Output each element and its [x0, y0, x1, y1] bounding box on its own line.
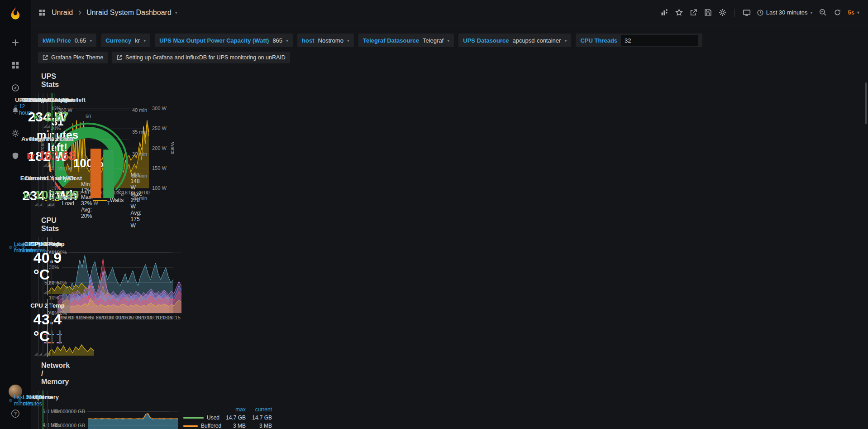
- refresh-interval-select[interactable]: 5s ▾: [846, 6, 862, 19]
- dashboard-dropdown-caret-icon[interactable]: ▾: [175, 10, 177, 15]
- chevron-right-icon: [76, 10, 83, 16]
- explore-compass-icon[interactable]: [6, 79, 24, 97]
- variable-kwh-price[interactable]: kWh Price 0.65 ▾: [38, 34, 96, 47]
- save-button[interactable]: [702, 6, 715, 19]
- svg-text:W: W: [94, 200, 99, 206]
- star-button[interactable]: [673, 6, 686, 19]
- variable-value[interactable]: Nostromo: [318, 37, 343, 44]
- legend-header: maxcurrent: [183, 405, 272, 414]
- variable-label: CPU Threads: [580, 37, 617, 44]
- variable-label: UPS Datasource: [463, 37, 509, 44]
- variable-ups-max-output[interactable]: UPS Max Output Power Capacity (Watt) 865…: [155, 34, 293, 47]
- breadcrumb-app[interactable]: Unraid: [52, 9, 73, 17]
- variable-label: Currency: [105, 37, 131, 44]
- svg-text:T: T: [107, 200, 110, 206]
- external-link-icon: [117, 55, 122, 60]
- memory-chart[interactable]: 70.000000 GB60.000000 GB50.000000 GB: [48, 403, 183, 429]
- panel-ups-load-vs-time-left: UPS Load vs Time left 300 W250 W200 W150…: [54, 93, 55, 207]
- refresh-button[interactable]: [831, 6, 844, 19]
- variable-telegraf-datasource[interactable]: Telegraf Datasource Telegraf ▾: [358, 34, 454, 47]
- currency-prefix: kr: [27, 151, 35, 161]
- svg-text:19:50: 19:50: [69, 315, 81, 320]
- legend-row[interactable]: Buffered3 MB3 MB: [183, 422, 272, 429]
- variable-label: Telegraf Datasource: [363, 37, 419, 44]
- panel-estimated-yearly-cost: Estimated Yearly Cost kr 1033.99: [51, 172, 52, 207]
- topnav-actions: Last 30 minutes ▾ 5s ▾: [658, 6, 862, 19]
- section-title: Network / Memory: [41, 362, 70, 386]
- caret-down-icon: ▾: [347, 38, 349, 43]
- variable-currency[interactable]: Currency kr ▾: [101, 34, 150, 47]
- svg-text:100%: 100%: [54, 250, 67, 255]
- svg-text:35 min: 35 min: [132, 129, 147, 135]
- sidebar: ?: [0, 0, 31, 429]
- page-scrollbar[interactable]: [865, 82, 867, 124]
- svg-text:?: ?: [14, 411, 17, 416]
- currency-prefix: kr: [33, 112, 42, 122]
- legend-value: 14.7 GB: [219, 415, 246, 421]
- svg-text:20:00: 20:00: [109, 315, 121, 320]
- variable-host[interactable]: host Nostromo ▾: [297, 34, 354, 47]
- dashboard-link-grafana-plex-theme[interactable]: Grafana Plex Theme: [38, 52, 108, 63]
- section-title: UPS Stats: [41, 72, 59, 89]
- variable-value[interactable]: Telegraf: [423, 37, 444, 44]
- time-range-picker[interactable]: Last 30 minutes ▾: [755, 6, 815, 19]
- time-badge-label: Last 30 minutes: [27, 241, 48, 254]
- variable-value[interactable]: apcupsd-container: [512, 37, 561, 44]
- dashboard-grid-icon[interactable]: [36, 7, 48, 19]
- chart-canvas: 300 W250 W200 W150 W40 min35 min30 min25…: [55, 106, 154, 207]
- svg-text:20:05: 20:05: [129, 315, 141, 320]
- variable-value[interactable]: kr: [135, 37, 140, 44]
- memory-legend: maxcurrentUsed14.7 GB14.7 GBBuffered3 MB…: [183, 403, 278, 429]
- topnav: Unraid Unraid System Dashboard ▾: [31, 0, 868, 25]
- svg-text:50%: 50%: [57, 280, 67, 285]
- dashboard-body: UPS Stats UPS Load % Last 12 hours 35%30…: [31, 63, 45, 429]
- svg-text:20:10: 20:10: [148, 315, 161, 320]
- dashboards-icon[interactable]: [6, 56, 24, 74]
- panel-time-badge[interactable]: Last 30 minutes: [18, 394, 44, 407]
- grafana-flame-icon: [8, 6, 23, 21]
- legend-col-current[interactable]: current: [246, 406, 272, 413]
- svg-text:0%: 0%: [60, 310, 67, 316]
- variable-value[interactable]: 0.65: [75, 37, 86, 44]
- share-button[interactable]: [687, 6, 700, 19]
- add-panel-button[interactable]: [658, 6, 671, 19]
- server-admin-shield-icon[interactable]: [6, 147, 24, 165]
- svg-text:25 min: 25 min: [132, 173, 147, 178]
- svg-text:150 W: 150 W: [58, 195, 72, 201]
- caret-down-icon: ▾: [447, 38, 449, 43]
- create-plus-icon[interactable]: [6, 34, 24, 52]
- zoom-out-button[interactable]: [817, 6, 830, 19]
- clock-icon: [9, 398, 12, 403]
- dashboard-settings-gear-icon[interactable]: [716, 6, 729, 19]
- link-label: Setting up Grafana and InfluxDB for UPS …: [125, 54, 286, 61]
- svg-text:20 min: 20 min: [132, 195, 147, 201]
- time-badge-label: Last 30 minutes: [23, 394, 44, 407]
- caret-down-icon: ▾: [90, 38, 92, 43]
- legend-value: 14.7 GB: [246, 415, 272, 421]
- caret-down-icon: ▾: [143, 38, 146, 43]
- chart-canvas: 70.000000 GB60.000000 GB50.000000 GB: [48, 403, 183, 429]
- panel-time-badge[interactable]: Last 30 minutes: [22, 241, 48, 254]
- breadcrumb-page[interactable]: Unraid System Dashboard: [86, 9, 172, 17]
- legend-col-max[interactable]: max: [219, 406, 246, 413]
- cycle-view-monitor-icon[interactable]: [740, 6, 753, 19]
- svg-text:Watts: Watts: [170, 142, 174, 154]
- app-root: ? Unraid Unraid System Dashboard ▾: [0, 0, 868, 429]
- legend-row[interactable]: Used14.7 GB14.7 GB: [183, 414, 272, 422]
- help-icon[interactable]: ?: [6, 405, 24, 423]
- links-row: Grafana Plex Theme Setting up Grafana an…: [31, 47, 868, 63]
- caret-down-icon: ▾: [857, 10, 859, 15]
- dashboard-link-ups-monitoring-guide[interactable]: Setting up Grafana and InfluxDB for UPS …: [112, 52, 290, 63]
- grafana-logo[interactable]: [5, 4, 25, 24]
- legend-scrollbar[interactable]: [59, 330, 61, 344]
- panel-title[interactable]: UPS Load vs Time left: [24, 96, 86, 103]
- variable-value[interactable]: 865: [272, 37, 282, 44]
- svg-text:19:55: 19:55: [89, 315, 101, 320]
- external-link-icon: [43, 55, 48, 60]
- svg-text:30 min: 30 min: [132, 151, 147, 157]
- legend-col-avg[interactable]: avg: [57, 323, 62, 329]
- clock-icon: [14, 245, 17, 250]
- svg-text:300 W: 300 W: [58, 107, 72, 113]
- cpu-threads-input[interactable]: [621, 35, 698, 46]
- variable-ups-datasource[interactable]: UPS Datasource apcupsd-container ▾: [458, 34, 571, 47]
